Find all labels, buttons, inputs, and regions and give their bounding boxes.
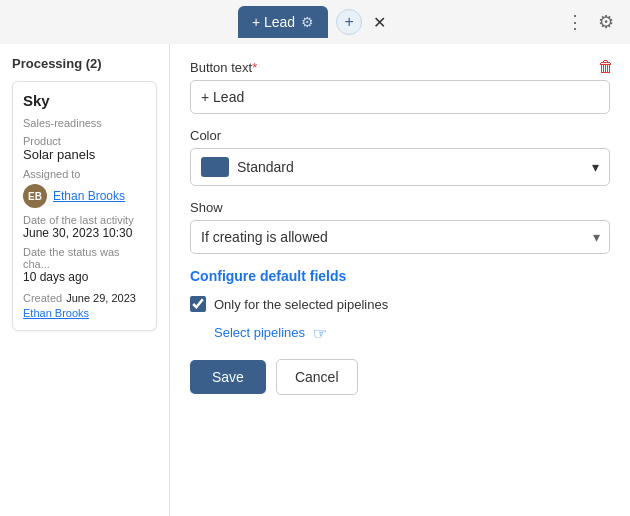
avatar: EB (23, 184, 47, 208)
button-text-label: Button text* (190, 60, 610, 75)
more-options-icon[interactable]: ⋮ (566, 11, 584, 33)
top-bar: + Lead ⚙ + ✕ ⋮ ⚙ (0, 0, 630, 44)
checkbox-row: Only for the selected pipelines (190, 296, 610, 312)
kanban-header: Processing (2) (12, 56, 157, 71)
show-section: Show Always If creating is allowed Never… (190, 200, 610, 254)
date-activity-value: June 30, 2023 10:30 (23, 226, 146, 240)
product-value: Solar panels (23, 147, 146, 162)
sales-readiness-label: Sales-readiness (23, 117, 146, 129)
kanban-panel: Processing (2) Sky Sales-readiness Produ… (0, 44, 170, 516)
action-row: Save Cancel (190, 359, 610, 395)
date-status-value: 10 days ago (23, 270, 146, 284)
add-tab-button[interactable]: + (336, 9, 362, 35)
created-by-link[interactable]: Ethan Brooks (23, 307, 89, 319)
settings-icon[interactable]: ⚙ (598, 11, 614, 33)
button-text-input[interactable] (190, 80, 610, 114)
kanban-card: Sky Sales-readiness Product Solar panels… (12, 81, 157, 331)
main-layout: Processing (2) Sky Sales-readiness Produ… (0, 44, 630, 516)
save-button[interactable]: Save (190, 360, 266, 394)
color-value: Standard (237, 159, 294, 175)
assigned-label: Assigned to (23, 168, 146, 180)
color-section: Color Standard ▾ (190, 128, 610, 186)
top-right-icons: ⋮ ⚙ (566, 11, 614, 33)
card-title: Sky (23, 92, 146, 109)
only-selected-label: Only for the selected pipelines (214, 297, 388, 312)
color-label: Color (190, 128, 610, 143)
date-status-label: Date the status was cha... (23, 246, 146, 270)
only-selected-checkbox[interactable] (190, 296, 206, 312)
show-select-wrapper: Always If creating is allowed Never ▾ (190, 220, 610, 254)
created-by-row: Ethan Brooks (23, 304, 146, 320)
popup-panel: 🗑 Button text* Color Standard ▾ Show (170, 44, 630, 516)
lead-tab[interactable]: + Lead ⚙ (238, 6, 328, 38)
created-label: Created (23, 292, 62, 304)
select-pipelines-link[interactable]: Select pipelines ☞ (214, 324, 327, 343)
tab-label: + Lead (252, 14, 295, 30)
created-date: June 29, 2023 (66, 292, 136, 304)
close-tab-button[interactable]: ✕ (366, 9, 392, 35)
close-icon: ✕ (373, 13, 386, 32)
tab-gear-icon: ⚙ (301, 14, 314, 30)
color-swatch (201, 157, 229, 177)
assigned-row: EB Ethan Brooks (23, 184, 146, 208)
color-select[interactable]: Standard ▾ (190, 148, 610, 186)
required-star: * (252, 60, 257, 75)
created-row: Created June 29, 2023 (23, 292, 146, 304)
configure-link[interactable]: Configure default fields (190, 268, 346, 284)
show-label: Show (190, 200, 610, 215)
cursor-icon: ☞ (313, 324, 327, 343)
cancel-button[interactable]: Cancel (276, 359, 358, 395)
show-select[interactable]: Always If creating is allowed Never (190, 220, 610, 254)
product-label: Product (23, 135, 146, 147)
plus-icon: + (344, 13, 353, 31)
button-text-section: Button text* (190, 60, 610, 114)
date-activity-label: Date of the last activity (23, 214, 146, 226)
delete-button[interactable]: 🗑 (598, 58, 614, 76)
chevron-down-icon: ▾ (592, 159, 599, 175)
assigned-name[interactable]: Ethan Brooks (53, 189, 125, 203)
color-row: Standard (201, 157, 294, 177)
